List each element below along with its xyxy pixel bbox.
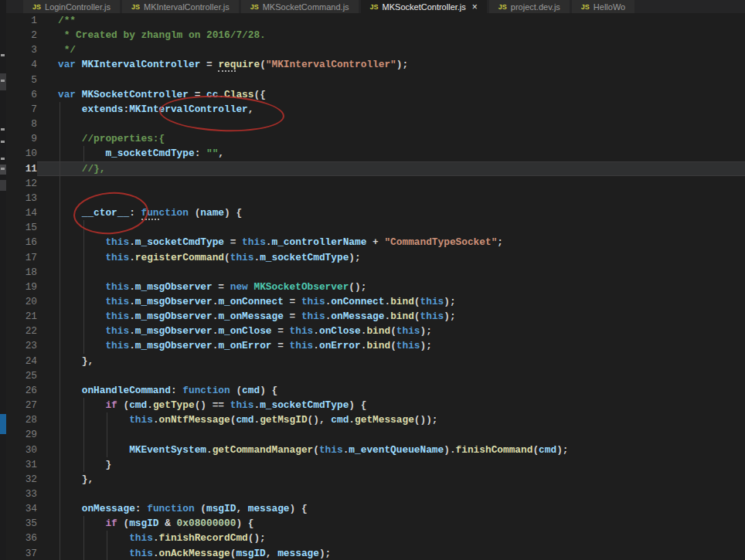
line-number[interactable]: 11	[6, 161, 37, 176]
code-line-25[interactable]: 25	[6, 368, 745, 383]
code-line-11[interactable]: 11 //},	[6, 161, 745, 176]
line-number[interactable]: 19	[6, 280, 37, 294]
code-line-1[interactable]: 1/**	[6, 13, 745, 28]
tab-label: LoginController.js	[45, 2, 111, 12]
line-number[interactable]: 24	[6, 354, 37, 368]
code-token: /**	[58, 15, 76, 26]
line-number[interactable]: 27	[6, 398, 37, 412]
code-token: this	[105, 296, 129, 307]
line-number[interactable]: 10	[6, 146, 37, 161]
code-line-31[interactable]: 31 }	[6, 457, 745, 472]
line-number[interactable]: 1	[6, 13, 37, 28]
line-number[interactable]: 26	[6, 383, 37, 398]
code-line-5[interactable]: 5	[6, 73, 745, 87]
code-line-22[interactable]: 22 this.m_msgObserver.m_onClose = this.o…	[6, 324, 745, 338]
line-number[interactable]: 12	[6, 176, 37, 191]
code-line-8[interactable]: 8	[6, 117, 745, 131]
code-token: ) {	[260, 385, 277, 396]
code-line-9[interactable]: 9 //properties:{	[6, 131, 745, 146]
line-number[interactable]: 23	[6, 338, 37, 353]
code-line-21[interactable]: 21 this.m_msgObserver.m_onMessage = this…	[6, 309, 745, 324]
code-token: .	[253, 399, 260, 411]
line-number[interactable]: 33	[6, 487, 37, 501]
code-token: getMsgID	[260, 414, 307, 426]
line-number[interactable]: 20	[6, 294, 37, 309]
line-number[interactable]: 21	[6, 309, 37, 324]
tab-mksocketcommand-js[interactable]: JSMKSocketCommand.js	[241, 0, 359, 13]
code-token: new	[230, 281, 248, 293]
code-line-36[interactable]: 36 this.finishRecordCmd();	[6, 531, 745, 545]
code-line-2[interactable]: 2 * Created by zhanglm on 2016/7/28.	[6, 28, 745, 42]
code-line-35[interactable]: 35 if (msgID & 0x08000000) {	[6, 516, 745, 531]
code-token: this	[230, 252, 254, 263]
tab-hellowo[interactable]: JSHelloWo	[572, 0, 634, 13]
line-number[interactable]: 4	[6, 57, 37, 72]
code-line-30[interactable]: 30 MKEventSystem.getCommandManager(this.…	[6, 443, 745, 457]
code-line-18[interactable]: 18	[6, 265, 745, 280]
code-line-32[interactable]: 32 },	[6, 472, 745, 487]
code-text: }	[58, 459, 111, 470]
code-token: ();	[349, 281, 366, 293]
js-file-icon: JS	[370, 3, 379, 11]
code-token: ""	[206, 148, 218, 159]
code-line-17[interactable]: 17 this.registerCommand(this.m_socketCmd…	[6, 250, 745, 265]
line-number[interactable]: 17	[6, 250, 37, 265]
code-line-19[interactable]: 19 this.m_msgObserver = new MKSocketObse…	[6, 280, 745, 294]
code-line-27[interactable]: 27 if (cmd.getType() == this.m_socketCmd…	[6, 398, 745, 412]
line-number[interactable]: 15	[6, 220, 37, 235]
line-number[interactable]: 9	[6, 131, 37, 146]
code-token	[76, 89, 82, 100]
code-line-7[interactable]: 7 extends:MKIntervalController,	[6, 102, 745, 117]
tab-mksocketcontroller-js[interactable]: JSMKSocketController.js×	[361, 0, 487, 13]
code-token: bind	[366, 340, 390, 351]
line-number[interactable]: 2	[6, 28, 37, 42]
code-line-10[interactable]: 10 m_socketCmdType: "",	[6, 146, 745, 161]
line-number[interactable]: 8	[6, 117, 37, 131]
line-number[interactable]: 34	[6, 501, 37, 516]
line-number[interactable]: 32	[6, 472, 37, 487]
code-token: this	[230, 399, 254, 411]
code-line-3[interactable]: 3 */	[6, 42, 745, 57]
code-line-37[interactable]: 37 this.onAckMessage(msgID, message);	[6, 546, 745, 560]
line-number[interactable]: 7	[6, 102, 37, 117]
code-text: onMessage: function (msgID, message) {	[58, 503, 308, 514]
code-token: (	[224, 252, 230, 263]
line-number[interactable]: 13	[6, 191, 37, 205]
line-number[interactable]: 37	[6, 546, 37, 560]
code-line-6[interactable]: 6var MKSocketController = cc.Class({	[6, 87, 745, 102]
line-number[interactable]: 25	[6, 368, 37, 383]
line-number[interactable]: 31	[6, 457, 37, 472]
line-number[interactable]: 36	[6, 531, 37, 545]
code-line-34[interactable]: 34 onMessage: function (msgID, message) …	[6, 501, 745, 516]
line-number[interactable]: 3	[6, 42, 37, 57]
line-number[interactable]: 6	[6, 87, 37, 102]
code-token: .	[253, 252, 260, 263]
code-line-29[interactable]: 29	[6, 427, 745, 442]
tab-project-dev-js[interactable]: JSproject.dev.js	[489, 0, 570, 13]
code-token: if	[105, 399, 117, 411]
code-line-26[interactable]: 26 onHandleCommand: function (cmd) {	[6, 383, 745, 398]
code-token: onError	[319, 340, 361, 351]
code-line-24[interactable]: 24 },	[6, 354, 745, 368]
code-line-23[interactable]: 23 this.m_msgObserver.m_onError = this.o…	[6, 338, 745, 353]
code-line-28[interactable]: 28 this.onNtfMessage(cmd.getMsgID(), cmd…	[6, 412, 745, 427]
line-number[interactable]: 16	[6, 235, 37, 249]
code-line-20[interactable]: 20 this.m_msgObserver.m_onConnect = this…	[6, 294, 745, 309]
code-line-33[interactable]: 33	[6, 487, 745, 501]
line-number[interactable]: 18	[6, 265, 37, 280]
tab-mkintervalcontroller-js[interactable]: JSMKIntervalController.js	[122, 0, 239, 13]
code-line-12[interactable]: 12	[6, 176, 745, 191]
line-number[interactable]: 28	[6, 412, 37, 427]
tab-logincontroller-js[interactable]: JSLoginController.js	[23, 0, 120, 13]
line-number[interactable]: 5	[6, 73, 37, 87]
code-line-16[interactable]: 16 this.m_socketCmdType = this.m_control…	[6, 235, 745, 249]
code-token: m_controllerName	[272, 236, 367, 248]
line-number[interactable]: 22	[6, 324, 37, 338]
line-number[interactable]: 30	[6, 443, 37, 457]
code-area[interactable]: 1/**2 * Created by zhanglm on 2016/7/28.…	[6, 13, 745, 560]
line-number[interactable]: 29	[6, 427, 37, 442]
line-number[interactable]: 35	[6, 516, 37, 531]
line-number[interactable]: 14	[6, 205, 37, 220]
tab-close-icon[interactable]: ×	[472, 2, 478, 12]
code-line-4[interactable]: 4var MKIntervalController = require("MKI…	[6, 57, 745, 72]
